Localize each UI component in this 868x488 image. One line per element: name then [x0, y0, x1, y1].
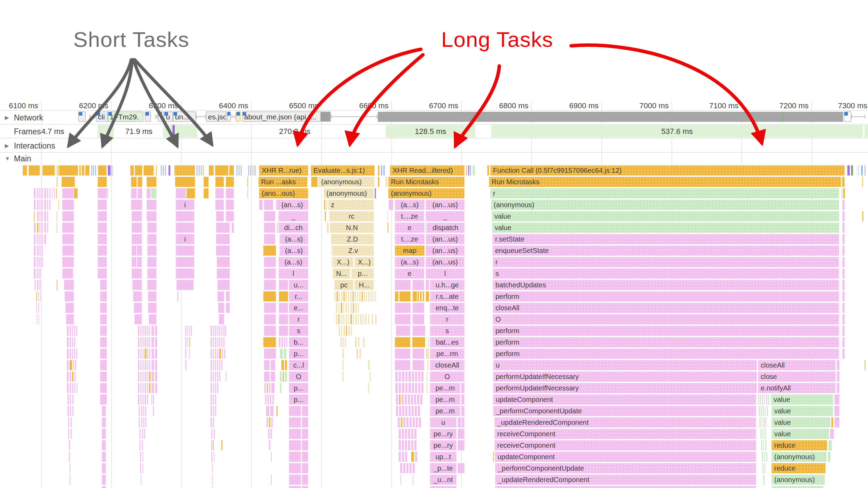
flame-cell[interactable] [142, 383, 144, 393]
flame-cell[interactable] [412, 303, 424, 313]
flame-cell[interactable]: i [176, 200, 194, 210]
flame-cell[interactable]: p... [289, 348, 308, 359]
flame-cell[interactable] [151, 188, 157, 199]
flame-cell[interactable] [842, 188, 842, 199]
flame-cell[interactable] [427, 360, 428, 370]
flame-cell[interactable] [399, 452, 401, 462]
flame-cell[interactable] [395, 360, 410, 370]
flame-cell[interactable] [47, 200, 48, 210]
flame-cell[interactable] [149, 337, 150, 347]
flame-cell[interactable] [54, 188, 55, 199]
flame-cell[interactable]: r.setState [492, 234, 839, 244]
flame-cell[interactable] [72, 337, 73, 347]
flame-cell[interactable] [37, 257, 39, 267]
flame-cell[interactable] [98, 200, 107, 210]
flame-cell[interactable] [399, 291, 411, 302]
flame-cell[interactable] [470, 165, 471, 176]
flame-cell[interactable] [42, 222, 43, 233]
flame-cell[interactable] [343, 291, 345, 302]
flame-cell[interactable] [412, 383, 414, 393]
flame-cell[interactable] [151, 383, 154, 393]
flame-cell[interactable] [217, 371, 218, 382]
flame-cell[interactable] [147, 257, 157, 267]
flame-cell[interactable] [411, 452, 414, 462]
flame-cell[interactable] [264, 200, 273, 210]
flame-cell[interactable] [175, 177, 195, 187]
flame-cell[interactable] [34, 280, 36, 290]
flame-cell[interactable] [348, 291, 349, 302]
flame-cell[interactable] [138, 326, 140, 336]
flame-cell[interactable] [264, 383, 266, 393]
flame-cell[interactable] [341, 303, 342, 313]
network-request-chip[interactable]: es.jso [206, 111, 226, 122]
flame-cell[interactable] [239, 165, 240, 176]
flame-cell[interactable] [415, 371, 417, 382]
flame-cell[interactable] [368, 360, 370, 370]
flame-cell[interactable] [399, 371, 401, 382]
flame-cell[interactable] [411, 440, 414, 451]
flame-cell[interactable] [216, 222, 230, 233]
network-request-chip[interactable]: cli [96, 111, 108, 122]
flame-cell[interactable] [427, 371, 428, 382]
flame-cell[interactable] [38, 291, 39, 302]
flame-cell[interactable] [107, 188, 108, 199]
flame-cell[interactable] [418, 371, 420, 382]
flame-cell[interactable] [412, 463, 415, 473]
flame-cell[interactable] [93, 165, 94, 176]
flame-cell[interactable] [217, 360, 218, 370]
flame-cell[interactable] [458, 463, 465, 473]
flame-cell[interactable] [765, 463, 766, 473]
flame-cell[interactable] [189, 337, 190, 347]
flame-cell[interactable] [409, 417, 412, 428]
flame-cell[interactable] [52, 188, 53, 199]
flame-cell[interactable] [221, 326, 223, 336]
flame-cell[interactable] [139, 417, 140, 428]
flame-cell[interactable] [100, 360, 107, 370]
flame-cell[interactable] [762, 452, 763, 462]
flame-cell[interactable] [217, 291, 224, 302]
flame-cell[interactable] [466, 165, 467, 176]
flame-cell[interactable] [760, 394, 761, 405]
flame-cell[interactable] [355, 314, 357, 325]
network-request-chip[interactable] [236, 111, 241, 122]
flame-cell[interactable] [270, 394, 272, 405]
flame-cell[interactable] [213, 440, 214, 451]
flame-cell[interactable] [70, 417, 72, 428]
flame-cell[interactable] [369, 371, 371, 382]
flame-cell[interactable] [161, 165, 162, 176]
flame-cell[interactable] [62, 268, 73, 279]
flame-cell[interactable] [355, 303, 357, 313]
flame-cell[interactable] [409, 463, 412, 473]
flame-cell[interactable] [289, 429, 301, 439]
flame-cell[interactable] [151, 360, 154, 370]
flame-cell[interactable] [277, 222, 278, 233]
flame-cell[interactable]: e.notifyAll [758, 383, 836, 393]
flame-cell[interactable] [199, 165, 200, 176]
flame-cell[interactable]: closeAll [493, 303, 839, 313]
flame-cell[interactable] [213, 417, 214, 428]
flame-cell[interactable] [141, 406, 142, 416]
flame-cell[interactable] [279, 291, 288, 302]
flame-cell[interactable] [271, 474, 272, 485]
flame-cell[interactable] [269, 383, 270, 393]
flame-cell[interactable] [210, 394, 212, 405]
flame-cell[interactable] [268, 429, 270, 439]
flame-cell[interactable]: Run ...asks [258, 177, 308, 187]
flame-cell[interactable] [842, 257, 845, 267]
flame-cell[interactable] [362, 314, 364, 325]
flame-cell[interactable] [67, 326, 69, 336]
flame-cell[interactable] [67, 348, 69, 359]
flame-cell[interactable]: u... [289, 280, 308, 290]
flame-cell[interactable] [402, 406, 404, 416]
flame-cell[interactable] [408, 394, 410, 405]
flame-cell[interactable] [212, 486, 213, 488]
flame-cell[interactable] [39, 257, 41, 267]
flame-cell[interactable]: t....ze [395, 211, 424, 221]
flame-cell[interactable] [400, 474, 401, 485]
flame-cell[interactable] [98, 245, 107, 256]
flame-cell[interactable] [269, 440, 270, 451]
flame-cell[interactable] [39, 211, 41, 221]
flame-cell[interactable] [185, 348, 186, 359]
flame-cell[interactable] [342, 360, 344, 370]
flame-cell[interactable] [75, 360, 76, 370]
